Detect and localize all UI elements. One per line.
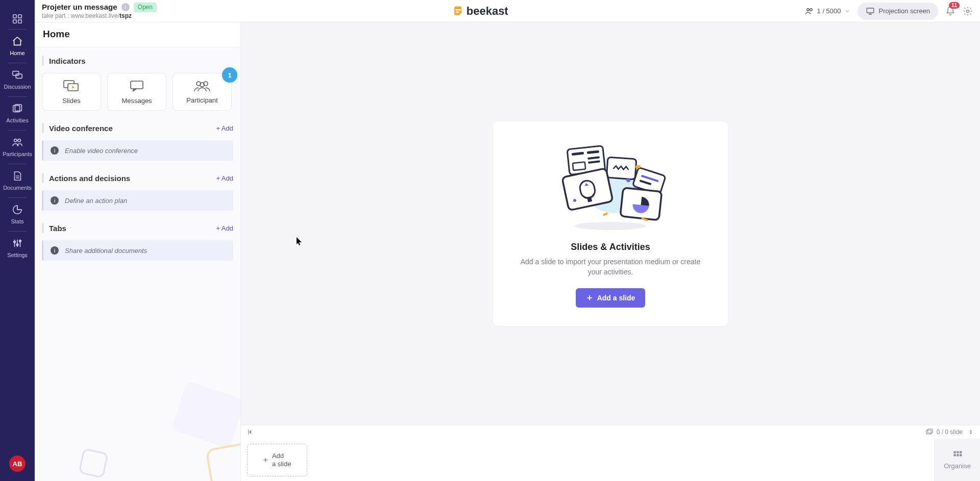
tabs-hint[interactable]: i Share additional documents [42,240,233,261]
svg-rect-53 [957,454,959,456]
nav-label: Documents [3,185,32,191]
nav-stats[interactable]: Stats [0,197,35,231]
svg-rect-52 [953,454,955,456]
indicator-participant[interactable]: 1 Participant [173,73,232,111]
sort-icon[interactable] [968,429,974,435]
nav-discussion[interactable]: Discussion [0,62,35,96]
svg-rect-34 [606,157,636,180]
svg-rect-22 [131,81,143,89]
nav-activities[interactable]: Activities [0,96,35,130]
video-hint[interactable]: i Enable video conference [42,140,233,161]
svg-rect-13 [455,9,461,10]
empty-state-card: Slides & Activities Add a slide to impor… [493,121,728,326]
add-slide-button[interactable]: Add a slide [576,288,646,308]
page-title: Home [43,29,232,40]
info-icon: i [51,246,59,255]
chevron-down-icon [844,8,850,14]
section-video-title: Video conference [49,124,216,133]
indicator-label: Messages [121,97,152,105]
nav-label: Stats [11,218,23,224]
svg-point-45 [573,199,576,202]
collapse-icon [247,428,254,436]
indicator-label: Participant [186,96,217,104]
brand-logo: beekast [453,5,508,18]
slide-counter: 0 / 0 slide [925,428,963,436]
video-add-button[interactable]: + Add [216,124,233,132]
user-avatar[interactable]: AB [9,455,26,472]
empty-state-illustration-icon [552,142,669,234]
session-status-chip: Open [134,3,157,12]
people-icon [805,7,814,16]
projection-screen-button[interactable]: Projection screen [857,3,938,20]
svg-rect-41 [620,188,662,220]
beekast-mark-icon [453,6,463,17]
actions-add-button[interactable]: + Add [216,174,233,182]
svg-point-42 [626,178,630,182]
empty-state-title: Slides & Activities [513,242,707,252]
slide-canvas: Slides & Activities Add a slide to impor… [241,22,980,425]
svg-point-15 [806,8,809,11]
nav-label: Participants [3,151,32,157]
empty-state-subtitle: Add a slide to import your presentation … [513,257,707,277]
svg-rect-38 [635,165,641,168]
sliders-icon [11,237,24,250]
participants-counter[interactable]: 1 / 5000 [805,7,850,16]
indicator-messages[interactable]: Messages [107,73,166,111]
notifications-button[interactable]: 11 [945,6,955,16]
svg-rect-49 [953,451,955,453]
add-slide-tile[interactable]: + Add a slide [247,444,307,476]
home-icon [11,35,24,48]
slide-strip: 0 / 0 slide + Add a slide [241,425,980,481]
header-settings-button[interactable] [963,6,973,16]
screen-icon [866,7,875,16]
svg-rect-54 [960,454,962,456]
svg-rect-48 [927,429,932,433]
notifications-count-badge: 11 [949,2,960,9]
participant-indicator-icon [193,80,211,92]
svg-rect-17 [867,8,874,13]
participant-count-badge: 1 [222,67,237,83]
gear-icon [963,6,973,16]
participants-icon [11,136,24,149]
svg-point-10 [14,241,16,243]
svg-rect-50 [957,451,959,453]
svg-rect-1 [18,15,21,18]
svg-rect-51 [960,451,962,453]
nav-participants[interactable]: Participants [0,130,35,163]
actions-hint[interactable]: i Define an action plan [42,190,233,211]
nav-documents[interactable]: Documents [0,163,35,197]
plus-icon: + [263,455,268,465]
svg-rect-2 [13,20,16,23]
header: Projeter un message i Open take part : w… [35,0,980,22]
documents-icon [11,169,24,183]
nav-label: Activities [6,117,28,123]
nav-apps[interactable] [0,6,35,29]
svg-point-16 [810,8,812,11]
svg-point-11 [16,244,18,246]
svg-rect-43 [603,212,608,216]
slides-count-icon [925,428,934,436]
session-join-url: take part : www.beekast.live/tspz [42,12,157,19]
nav-home[interactable]: Home [0,29,35,62]
cursor-icon [296,237,302,246]
tabs-add-button[interactable]: + Add [216,224,233,232]
svg-rect-0 [13,15,16,18]
section-actions-title: Actions and decisions [49,174,216,183]
nav-settings[interactable]: Settings [0,231,35,264]
organise-button[interactable]: Organise [934,439,980,481]
svg-point-8 [14,139,17,142]
nav-label: Home [10,50,24,56]
svg-point-18 [967,10,969,12]
svg-rect-3 [18,20,21,23]
info-icon[interactable]: i [121,3,130,11]
svg-rect-14 [455,11,459,12]
nav-label: Settings [7,252,28,258]
indicator-slides[interactable]: Slides [42,73,101,111]
svg-point-9 [18,139,20,142]
info-icon: i [51,146,59,155]
info-icon: i [51,196,59,205]
collapse-strip-button[interactable] [247,428,254,436]
svg-rect-47 [926,430,931,434]
nav-rail: Home Discussion Activities Participants [0,0,35,481]
stats-icon [11,203,24,216]
